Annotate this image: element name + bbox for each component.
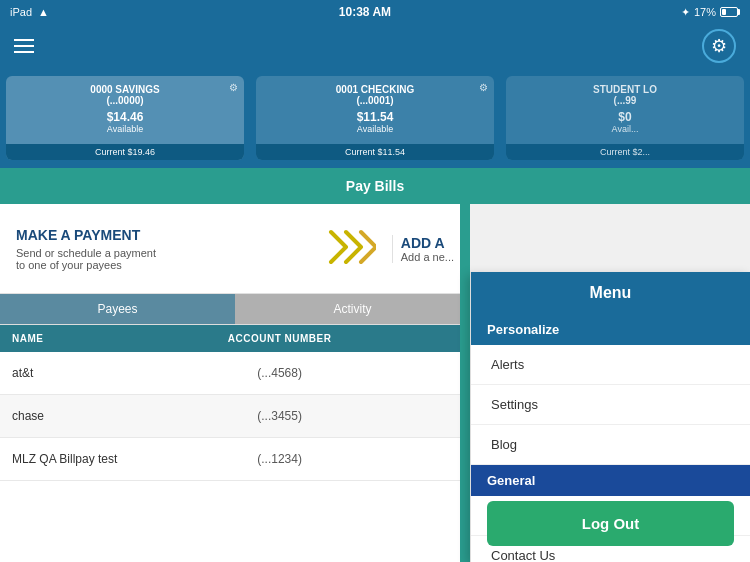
gear-icon: ⚙ [711,35,727,57]
menu-overlay: Menu Personalize Alerts Settings Blog Ge… [470,272,750,562]
scroll-edge-bar [460,204,470,562]
logout-button[interactable]: Log Out [487,501,734,546]
tab-payees[interactable]: Payees [0,294,235,324]
account-name-savings: 0000 SAVINGS [90,84,159,95]
menu-title: Menu [471,272,750,314]
settings-gear-button[interactable]: ⚙ [702,29,736,63]
status-bar: iPad ▲ 10:38 AM ✦ 17% [0,0,750,24]
clock: 10:38 AM [339,5,391,19]
table-header: NAME ACCOUNT NUMBER [0,325,470,352]
payment-arrows-icon [326,227,376,271]
account-card-student[interactable]: STUDENT LO (...99 $0 Avail... Current $2… [506,76,744,160]
account-balance-student: $0 [618,110,631,124]
account-card-checking[interactable]: ⚙ 0001 CHECKING (...0001) $11.54 Availab… [256,76,494,160]
account-number-checking: (...0001) [356,95,393,106]
row-acct-chase: (...3455) [190,409,368,423]
account-name-student: STUDENT LO [593,84,657,95]
menu-section-general: General [471,465,750,496]
account-current-student: Current $2... [506,144,744,160]
pay-bills-label: Pay Bills [346,178,404,194]
menu-item-alerts[interactable]: Alerts [471,345,750,385]
account-settings-icon-savings[interactable]: ⚙ [229,82,238,93]
menu-section-personalize: Personalize [471,314,750,345]
table-row[interactable]: chase (...3455) [0,395,470,438]
payment-text: MAKE A PAYMENT Send or schedule a paymen… [16,227,310,271]
account-current-savings: Current $19.46 [6,144,244,160]
payment-title: MAKE A PAYMENT [16,227,310,243]
tabs-bar: Payees Activity [0,294,470,325]
col-header-name: NAME [12,333,190,344]
add-payee-section[interactable]: ADD A Add a ne... [392,235,454,263]
account-avail-savings: Available [107,124,143,134]
accounts-row: ⚙ 0000 SAVINGS (...0000) $14.46 Availabl… [0,68,750,168]
payment-description: Send or schedule a payment to one of you… [16,247,310,271]
row-name-chase: chase [12,409,190,423]
row-name-mlz: MLZ QA Billpay test [12,452,190,466]
account-current-checking: Current $11.54 [256,144,494,160]
account-settings-icon-checking[interactable]: ⚙ [479,82,488,93]
account-avail-student: Avail... [612,124,639,134]
account-name-checking: 0001 CHECKING [336,84,414,95]
row-acct-mlz: (...1234) [190,452,368,466]
account-avail-checking: Available [357,124,393,134]
account-card-savings[interactable]: ⚙ 0000 SAVINGS (...0000) $14.46 Availabl… [6,76,244,160]
row-name-att: at&t [12,366,190,380]
account-number-student: (...99 [614,95,637,106]
row-acct-att: (...4568) [190,366,368,380]
add-description: Add a ne... [401,251,454,263]
app-header: ⚙ [0,24,750,68]
table-row[interactable]: MLZ QA Billpay test (...1234) [0,438,470,481]
battery-icon [720,7,740,17]
col-header-account: ACCOUNT NUMBER [190,333,368,344]
account-number-savings: (...0000) [106,95,143,106]
table-row[interactable]: at&t (...4568) [0,352,470,395]
pay-bills-bar[interactable]: Pay Bills [0,168,750,204]
hamburger-menu-button[interactable] [14,39,34,53]
carrier-label: iPad [10,6,32,18]
bluetooth-icon: ✦ [681,6,690,19]
left-panel: MAKE A PAYMENT Send or schedule a paymen… [0,204,470,562]
menu-item-blog[interactable]: Blog [471,425,750,465]
account-balance-savings: $14.46 [107,110,144,124]
account-balance-checking: $11.54 [357,110,394,124]
battery-label: 17% [694,6,716,18]
menu-item-settings[interactable]: Settings [471,385,750,425]
add-title: ADD A [401,235,454,251]
main-content: MAKE A PAYMENT Send or schedule a paymen… [0,204,750,562]
make-payment-section[interactable]: MAKE A PAYMENT Send or schedule a paymen… [0,204,470,294]
wifi-icon: ▲ [38,6,49,18]
tab-activity[interactable]: Activity [235,294,470,324]
